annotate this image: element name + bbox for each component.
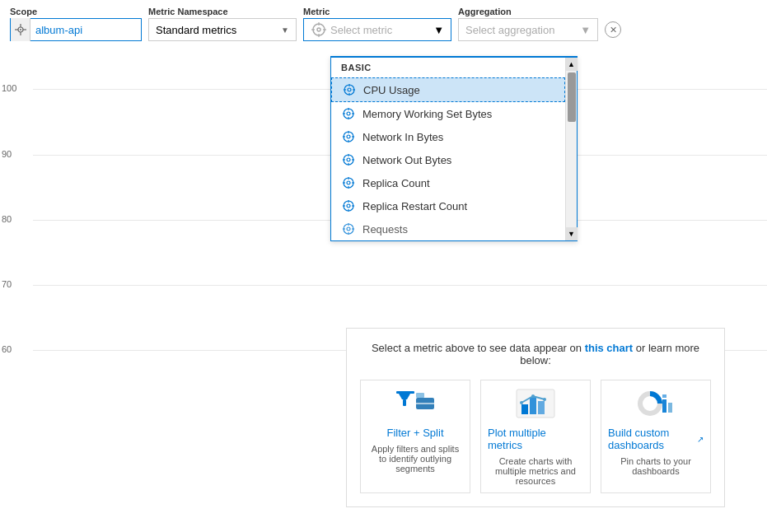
svg-rect-63 (538, 401, 545, 414)
svg-point-13 (348, 88, 351, 91)
custom-dashboards-link[interactable]: Build custom dashboards ↗ (608, 427, 704, 451)
scope-label: Scope (10, 7, 142, 16)
dropdown-item-network-in[interactable]: Network In Bytes (331, 125, 565, 148)
memory-icon (341, 106, 356, 121)
scope-icon (11, 18, 30, 41)
dropdown-item-network-out[interactable]: Network Out Bytes (331, 148, 565, 171)
custom-dashboards-external-icon: ↗ (697, 435, 704, 444)
aggregation-dropdown[interactable]: Select aggregation ▼ (458, 18, 598, 41)
grid-line-70: 70 (33, 285, 767, 286)
aggregation-placeholder: Select aggregation (465, 24, 554, 36)
svg-point-1 (20, 29, 21, 30)
svg-rect-69 (668, 403, 672, 413)
metric-namespace-label: Metric Namespace (148, 7, 297, 16)
dropdown-menu-inner: BASIC CPU Usage (331, 58, 565, 240)
metric-field-group: Metric Select metric (303, 7, 451, 41)
filter-split-link[interactable]: Filter + Split (387, 427, 444, 439)
plot-metrics-desc: Create charts with multiple metrics and … (488, 456, 583, 486)
grid-label-100: 100 (2, 83, 16, 93)
requests-icon (341, 222, 356, 236)
aggregation-label: Aggregation (458, 7, 598, 16)
metric-label: Metric (303, 7, 451, 16)
aggregation-field-group: Aggregation Select aggregation ▼ (458, 7, 598, 41)
metric-circle-icon (311, 21, 327, 38)
dropdown-item-label: Memory Working Set Bytes (362, 108, 492, 120)
dropdown-item-label: Network In Bytes (362, 131, 443, 143)
info-card-title: Select a metric above to see data appear… (360, 342, 711, 366)
dropdown-item-memory[interactable]: Memory Working Set Bytes (331, 102, 565, 125)
svg-rect-58 (416, 403, 434, 404)
metric-placeholder: Select metric (330, 24, 392, 36)
plot-metrics-card[interactable]: Plot multiple metrics Create charts with… (480, 380, 591, 493)
filter-split-card[interactable]: Filter + Split Apply filters and splits … (360, 380, 470, 493)
svg-point-31 (347, 158, 350, 161)
scroll-up-button[interactable]: ▲ (566, 58, 578, 71)
aggregation-arrow-icon: ▼ (580, 24, 591, 36)
dropdown-item-label: CPU Usage (363, 84, 420, 96)
grid-label-70: 70 (2, 279, 12, 289)
close-button[interactable]: ✕ (605, 21, 621, 38)
custom-dashboards-icon (635, 387, 676, 420)
dropdown-item-replica-count[interactable]: Replica Count (331, 171, 565, 194)
metric-dropdown[interactable]: Select metric ▼ (303, 18, 451, 41)
filter-split-icon (395, 387, 436, 420)
dropdown-section-header: BASIC (331, 58, 565, 77)
info-card: Select a metric above to see data appear… (346, 328, 725, 507)
replica-count-icon (341, 175, 356, 190)
dropdown-item-label: Replica Count (362, 177, 430, 189)
svg-point-25 (347, 135, 350, 138)
dropdown-item-label: Network Out Bytes (362, 154, 451, 166)
svg-rect-68 (662, 399, 666, 413)
plot-metrics-icon (515, 387, 556, 420)
scroll-thumb[interactable] (568, 72, 576, 122)
scroll-down-button[interactable]: ▼ (566, 227, 578, 240)
dropdown-item-cpu-usage[interactable]: CPU Usage (331, 77, 565, 102)
filter-split-desc: Apply filters and splits to identify out… (367, 444, 463, 474)
custom-dashboards-card[interactable]: Build custom dashboards ↗ Pin charts to … (601, 380, 711, 493)
scope-field-group: Scope album-api (10, 7, 142, 41)
replica-restart-icon (341, 198, 356, 213)
svg-point-19 (347, 112, 350, 115)
grid-label-90: 90 (2, 149, 12, 159)
svg-rect-61 (521, 404, 528, 414)
grid-label-80: 80 (2, 214, 12, 224)
svg-point-43 (347, 204, 350, 208)
scope-value: album-api (30, 24, 141, 36)
scope-input-container[interactable]: album-api (10, 18, 142, 41)
svg-point-7 (317, 28, 320, 31)
svg-marker-55 (399, 394, 410, 399)
cpu-usage-icon (342, 82, 357, 97)
svg-point-66 (543, 398, 546, 401)
svg-point-64 (520, 401, 523, 404)
custom-dashboards-link-text: Build custom dashboards (608, 427, 694, 451)
info-card-title-text: Select a metric above to see data appear… (372, 342, 582, 354)
metric-arrow-icon: ▼ (433, 24, 444, 36)
network-out-icon (341, 152, 356, 167)
metric-namespace-dropdown[interactable]: Standard metrics ▼ (148, 18, 297, 41)
plot-metrics-link[interactable]: Plot multiple metrics (488, 427, 583, 451)
metric-namespace-arrow-icon: ▼ (281, 26, 289, 35)
metric-dropdown-menu: BASIC CPU Usage (330, 56, 578, 241)
dropdown-item-label: Replica Restart Count (362, 200, 467, 212)
toolbar: Scope album-api Metric Namespace (0, 0, 767, 41)
svg-rect-54 (396, 391, 414, 394)
svg-point-6 (313, 24, 325, 35)
network-in-icon (341, 129, 356, 144)
custom-dashboards-desc: Pin charts to your dashboards (608, 456, 704, 476)
svg-point-49 (347, 227, 350, 231)
info-cards-row: Filter + Split Apply filters and splits … (360, 380, 711, 493)
dropdown-item-requests[interactable]: Requests (331, 217, 565, 240)
dropdown-item-replica-restart[interactable]: Replica Restart Count (331, 194, 565, 217)
grid-label-60: 60 (2, 344, 12, 354)
dropdown-scrollbar[interactable]: ▲ ▼ (565, 58, 577, 240)
svg-rect-70 (662, 394, 666, 398)
main-container: Scope album-api Metric Namespace (0, 0, 767, 532)
svg-point-37 (347, 181, 350, 184)
metric-namespace-field-group: Metric Namespace Standard metrics ▼ (148, 7, 297, 41)
svg-rect-56 (403, 399, 406, 406)
metric-namespace-value: Standard metrics (156, 24, 236, 36)
svg-rect-59 (416, 393, 424, 398)
svg-point-65 (531, 394, 535, 398)
info-card-title-highlight: this chart (585, 342, 636, 354)
dropdown-item-label: Requests (362, 223, 408, 236)
